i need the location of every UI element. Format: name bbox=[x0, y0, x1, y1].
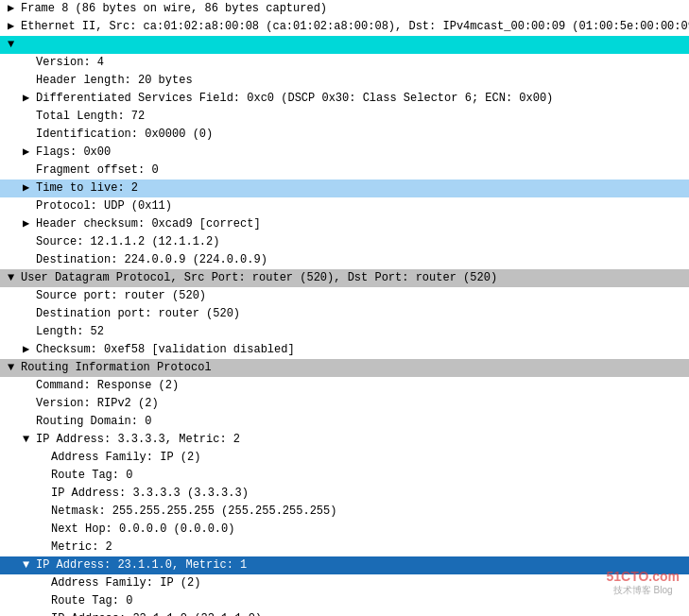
tree-row-ip[interactable]: ▼ bbox=[0, 36, 689, 54]
row-text-rip-ip2: IP Address: 23.1.1.0, Metric: 1 bbox=[36, 558, 247, 572]
row-text-rip-ver: Version: RIPv2 (2) bbox=[36, 397, 159, 410]
tree-row-ip-src[interactable]: Source: 12.1.1.2 (12.1.1.2) bbox=[0, 233, 689, 251]
row-text-ip-total-len: Total Length: 72 bbox=[36, 110, 145, 123]
tree-row-ip-proto[interactable]: Protocol: UDP (0x11) bbox=[0, 197, 689, 215]
expand-icon-ip-dsf[interactable]: ▶ bbox=[23, 91, 36, 107]
row-text-ip-ttl: Time to live: 2 bbox=[36, 181, 138, 195]
tree-row-ip-ttl[interactable]: ▶Time to live: 2 bbox=[0, 180, 689, 197]
row-text-rip-ip2-tag: Route Tag: 0 bbox=[51, 594, 132, 607]
row-text-ip-flags: Flags: 0x00 bbox=[36, 145, 111, 159]
tree-row-rip-ip1-mask[interactable]: Netmask: 255.255.255.255 (255.255.255.25… bbox=[0, 503, 689, 521]
expand-icon-ip-flags[interactable]: ▶ bbox=[23, 145, 36, 161]
expand-icon-ip[interactable]: ▼ bbox=[8, 37, 21, 53]
tree-row-rip-ip1[interactable]: ▼IP Address: 3.3.3.3, Metric: 2 bbox=[0, 431, 689, 449]
tree-row-ip-total-len[interactable]: Total Length: 72 bbox=[0, 108, 689, 126]
tree-row-ip-version[interactable]: Version: 4 bbox=[0, 54, 689, 72]
tree-row-rip-ip1-tag[interactable]: Route Tag: 0 bbox=[0, 467, 689, 485]
tree-row-ip-dsf[interactable]: ▶Differentiated Services Field: 0xc0 (DS… bbox=[0, 90, 689, 108]
row-text-rip-ip1-hop: Next Hop: 0.0.0.0 (0.0.0.0) bbox=[51, 522, 234, 536]
tree-row-udp-dst[interactable]: Destination port: router (520) bbox=[0, 305, 689, 323]
tree-row-rip-ver[interactable]: Version: RIPv2 (2) bbox=[0, 395, 689, 413]
expand-icon-ip-ttl[interactable]: ▶ bbox=[23, 180, 36, 197]
tree-row-ip-frag[interactable]: Fragment offset: 0 bbox=[0, 162, 689, 180]
row-text-udp-dst: Destination port: router (520) bbox=[36, 307, 240, 320]
tree-row-rip-domain[interactable]: Routing Domain: 0 bbox=[0, 413, 689, 431]
row-text-rip-ip1-af: Address Family: IP (2) bbox=[51, 451, 200, 464]
row-text-ip-dst: Destination: 224.0.0.9 (224.0.0.9) bbox=[36, 253, 267, 266]
tree-row-rip[interactable]: ▼Routing Information Protocol bbox=[0, 359, 689, 377]
row-text-ethernet: Ethernet II, Src: ca:01:02:a8:00:08 (ca:… bbox=[21, 20, 689, 33]
tree-row-rip-ip2-tag[interactable]: Route Tag: 0 bbox=[0, 592, 689, 610]
expand-icon-frame[interactable]: ▶ bbox=[8, 1, 21, 17]
row-text-rip-ip1-tag: Route Tag: 0 bbox=[51, 469, 132, 482]
row-text-ip-id: Identification: 0x0000 (0) bbox=[36, 128, 213, 141]
row-text-rip-ip1-metric: Metric: 2 bbox=[51, 540, 112, 554]
expand-icon-udp-checksum[interactable]: ▶ bbox=[23, 342, 36, 358]
row-text-rip-cmd: Command: Response (2) bbox=[36, 379, 179, 392]
row-text-frame: Frame 8 (86 bytes on wire, 86 bytes capt… bbox=[21, 2, 327, 15]
tree-row-ip-checksum[interactable]: ▶Header checksum: 0xcad9 [correct] bbox=[0, 215, 689, 233]
row-text-ip-src: Source: 12.1.1.2 (12.1.1.2) bbox=[36, 235, 219, 248]
tree-row-udp-checksum[interactable]: ▶Checksum: 0xef58 [validation disabled] bbox=[0, 341, 689, 359]
row-text-ip-header-len: Header length: 20 bytes bbox=[36, 74, 193, 87]
tree-row-ethernet[interactable]: ▶Ethernet II, Src: ca:01:02:a8:00:08 (ca… bbox=[0, 18, 689, 36]
expand-icon-ethernet[interactable]: ▶ bbox=[8, 19, 21, 35]
tree-row-rip-ip2-addr[interactable]: IP Address: 23.1.1.0 (23.1.1.0) bbox=[0, 610, 689, 616]
tree-row-rip-ip2[interactable]: ▼IP Address: 23.1.1.0, Metric: 1 bbox=[0, 556, 689, 574]
tree-row-udp[interactable]: ▼User Datagram Protocol, Src Port: route… bbox=[0, 269, 689, 287]
row-text-rip-ip2-addr: IP Address: 23.1.1.0 (23.1.1.0) bbox=[51, 612, 262, 616]
tree-row-udp-len[interactable]: Length: 52 bbox=[0, 323, 689, 341]
row-text-rip-ip1-mask: Netmask: 255.255.255.255 (255.255.255.25… bbox=[51, 505, 336, 518]
tree-row-ip-header-len[interactable]: Header length: 20 bytes bbox=[0, 72, 689, 90]
tree-row-ip-id[interactable]: Identification: 0x0000 (0) bbox=[0, 126, 689, 144]
tree-row-frame[interactable]: ▶Frame 8 (86 bytes on wire, 86 bytes cap… bbox=[0, 0, 689, 18]
row-text-rip: Routing Information Protocol bbox=[21, 361, 212, 374]
row-text-ip-version: Version: 4 bbox=[36, 56, 104, 69]
tree-row-udp-src[interactable]: Source port: router (520) bbox=[0, 287, 689, 305]
row-text-rip-ip1: IP Address: 3.3.3.3, Metric: 2 bbox=[36, 433, 240, 446]
tree-row-rip-cmd[interactable]: Command: Response (2) bbox=[0, 377, 689, 395]
row-text-ip-dsf: Differentiated Services Field: 0xc0 (DSC… bbox=[36, 92, 553, 105]
tree-row-rip-ip1-metric[interactable]: Metric: 2 bbox=[0, 539, 689, 556]
expand-icon-rip-ip2[interactable]: ▼ bbox=[23, 557, 36, 573]
row-text-ip-frag: Fragment offset: 0 bbox=[36, 163, 159, 177]
row-text-ip-checksum: Header checksum: 0xcad9 [correct] bbox=[36, 217, 261, 231]
row-text-rip-domain: Routing Domain: 0 bbox=[36, 415, 151, 428]
packet-tree: ▶Frame 8 (86 bytes on wire, 86 bytes cap… bbox=[0, 0, 689, 616]
row-text-udp-len: Length: 52 bbox=[36, 325, 104, 338]
tree-row-ip-dst[interactable]: Destination: 224.0.0.9 (224.0.0.9) bbox=[0, 251, 689, 269]
expand-icon-ip-checksum[interactable]: ▶ bbox=[23, 216, 36, 232]
expand-icon-rip[interactable]: ▼ bbox=[8, 360, 21, 376]
row-text-udp-src: Source port: router (520) bbox=[36, 289, 206, 302]
row-text-udp-checksum: Checksum: 0xef58 [validation disabled] bbox=[36, 343, 295, 356]
tree-row-rip-ip2-af[interactable]: Address Family: IP (2) bbox=[0, 574, 689, 592]
tree-row-rip-ip1-hop[interactable]: Next Hop: 0.0.0.0 (0.0.0.0) bbox=[0, 521, 689, 539]
row-text-ip-proto: Protocol: UDP (0x11) bbox=[36, 199, 172, 213]
tree-row-rip-ip1-af[interactable]: Address Family: IP (2) bbox=[0, 449, 689, 467]
tree-row-rip-ip1-addr[interactable]: IP Address: 3.3.3.3 (3.3.3.3) bbox=[0, 485, 689, 503]
row-text-udp: User Datagram Protocol, Src Port: router… bbox=[21, 271, 497, 284]
row-text-rip-ip1-addr: IP Address: 3.3.3.3 (3.3.3.3) bbox=[51, 487, 249, 500]
tree-row-ip-flags[interactable]: ▶Flags: 0x00 bbox=[0, 144, 689, 162]
expand-icon-udp[interactable]: ▼ bbox=[8, 270, 21, 286]
expand-icon-rip-ip1[interactable]: ▼ bbox=[23, 432, 36, 448]
row-text-rip-ip2-af: Address Family: IP (2) bbox=[51, 576, 200, 590]
